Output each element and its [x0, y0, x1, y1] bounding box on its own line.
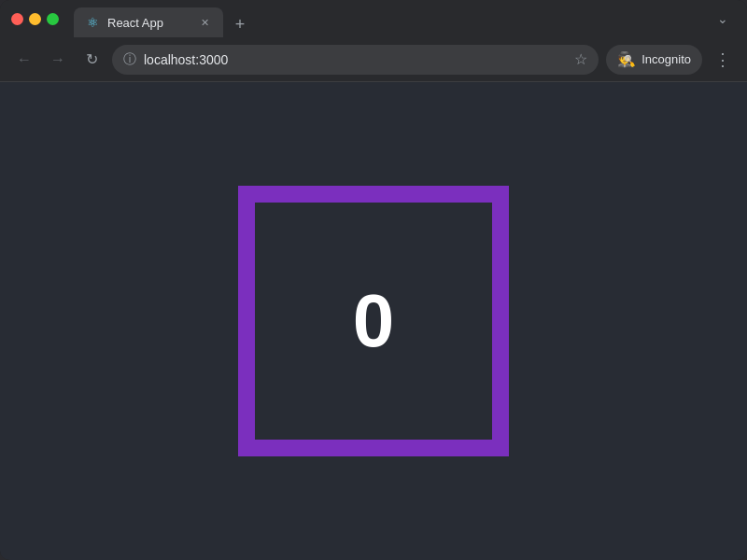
- tab-close-icon[interactable]: ✕: [197, 15, 212, 30]
- minimize-button[interactable]: [29, 13, 41, 25]
- browser-window: ⚛ React App ✕ + ⌄ ← → ↻ ⓘ localhost:3000…: [0, 0, 747, 560]
- tab-menu-button[interactable]: ⌄: [710, 6, 736, 32]
- address-bar: ← → ↻ ⓘ localhost:3000 ☆ 🕵 Incognito ⋮: [0, 37, 747, 82]
- incognito-icon: 🕵: [617, 50, 636, 68]
- info-icon: ⓘ: [123, 51, 136, 68]
- browser-menu-button[interactable]: ⋮: [710, 47, 736, 73]
- active-tab[interactable]: ⚛ React App ✕: [74, 7, 223, 37]
- incognito-label: Incognito: [641, 52, 691, 66]
- counter-value: 0: [353, 278, 395, 364]
- title-bar: ⚛ React App ✕ + ⌄: [0, 0, 747, 37]
- back-button[interactable]: ←: [11, 47, 37, 73]
- address-input[interactable]: ⓘ localhost:3000 ☆: [112, 45, 599, 75]
- traffic-lights: [11, 13, 59, 25]
- page-content: 0: [0, 82, 747, 560]
- maximize-button[interactable]: [47, 13, 59, 25]
- url-text: localhost:3000: [144, 52, 567, 67]
- bookmark-icon[interactable]: ☆: [574, 50, 587, 68]
- incognito-button[interactable]: 🕵 Incognito: [606, 45, 702, 75]
- forward-button[interactable]: →: [45, 47, 71, 73]
- close-button[interactable]: [11, 13, 23, 25]
- new-tab-button[interactable]: +: [227, 11, 253, 37]
- tab-title: React App: [107, 16, 190, 30]
- tab-favicon-icon: ⚛: [85, 15, 100, 30]
- tab-area: ⚛ React App ✕ +: [74, 0, 702, 37]
- reload-button[interactable]: ↻: [78, 47, 105, 73]
- counter-box: 0: [238, 186, 509, 456]
